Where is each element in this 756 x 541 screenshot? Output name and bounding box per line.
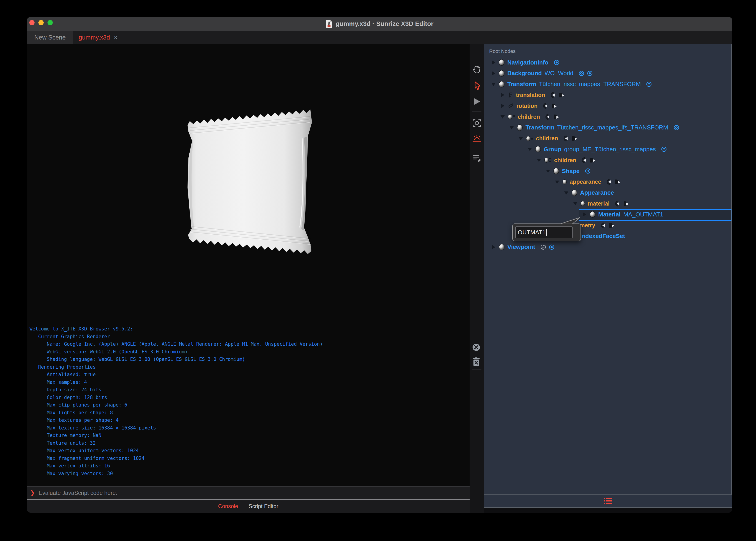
expand-arrow-icon[interactable] — [500, 114, 505, 120]
children-field-icon — [544, 157, 551, 163]
expand-arrow-icon[interactable] — [491, 60, 496, 65]
tab-gummy-x3d[interactable]: gummy.x3d × — [73, 31, 123, 44]
add-input-route-icon[interactable] — [606, 179, 612, 185]
expand-arrow-icon[interactable] — [500, 103, 505, 109]
add-output-route-icon[interactable] — [614, 179, 621, 185]
clear-console-trash-icon[interactable] — [472, 357, 482, 367]
node-def-name: group_ME_Tütchen_rissc_mappes — [564, 146, 656, 153]
node-type-label: Material — [598, 211, 621, 218]
add-output-route-icon[interactable] — [553, 114, 559, 120]
3d-viewport[interactable] — [27, 44, 470, 322]
select-arrow-icon[interactable] — [472, 81, 482, 91]
console-line: Max lights per shape: 8 — [30, 409, 470, 417]
tab-new-scene[interactable]: New Scene — [27, 31, 73, 44]
tree-field-translation[interactable]: translation — [500, 90, 564, 100]
outline-list-icon[interactable] — [604, 498, 613, 504]
tree-node-navigationinfo[interactable]: NavigationInfo — [491, 57, 560, 68]
visibility-toggle-icon[interactable] — [585, 168, 591, 174]
node-type-label: NavigationInfo — [507, 59, 548, 66]
bind-indicator-icon[interactable] — [587, 70, 593, 77]
add-output-route-icon[interactable] — [623, 201, 629, 207]
console-line: Max vertex uniform vectors: 1024 — [30, 447, 470, 455]
title-bar: gummy.x3d · Sunrize X3D Editor — [27, 17, 732, 31]
visibility-toggle-icon[interactable] — [673, 125, 680, 131]
outline-header: Root Nodes — [489, 48, 516, 54]
add-output-route-icon[interactable] — [571, 136, 577, 141]
expand-arrow-icon[interactable] — [491, 82, 496, 87]
tree-field-rotation[interactable]: rotation — [500, 100, 557, 111]
rename-input[interactable]: OUTMAT1 — [515, 227, 573, 238]
expand-arrow-icon[interactable] — [509, 125, 514, 130]
add-output-route-icon[interactable] — [589, 157, 596, 163]
expand-arrow-icon[interactable] — [536, 157, 541, 163]
field-name-label: rotation — [516, 103, 538, 109]
console-tab-bar: Console Script Editor — [27, 500, 470, 513]
bind-indicator-icon[interactable] — [548, 244, 555, 250]
rename-popup: OUTMAT1 — [512, 224, 581, 241]
console-line: Name: Google Inc. (Apple) ANGLE (Apple, … — [30, 340, 470, 348]
console-line: Max varying vectors: 30 — [30, 470, 470, 478]
expand-arrow-icon[interactable] — [491, 245, 496, 250]
visibility-toggle-icon[interactable] — [646, 81, 652, 87]
tree-node-viewpoint[interactable]: Viewpoint — [491, 242, 555, 253]
children-field-icon — [508, 114, 515, 120]
tree-node-shape[interactable]: Shape — [546, 166, 591, 177]
node-sphere-icon — [571, 190, 577, 196]
tree-node-transform[interactable]: TransformTütchen_rissc_mappes_TRANSFORM — [491, 79, 652, 90]
tree-node-group[interactable]: Groupgroup_ME_Tütchen_rissc_mappes — [527, 144, 667, 155]
add-output-route-icon[interactable] — [558, 92, 564, 98]
pan-hand-icon[interactable] — [472, 65, 482, 75]
tree-field-children[interactable]: children — [518, 133, 577, 144]
expand-arrow-icon[interactable] — [491, 71, 496, 76]
add-input-route-icon[interactable] — [563, 136, 569, 141]
console-input-row[interactable]: ❯ Evaluate JavaScript code here. — [27, 486, 470, 500]
tab-script-editor[interactable]: Script Editor — [249, 503, 278, 509]
add-input-route-icon[interactable] — [543, 103, 549, 109]
tree-node-material[interactable]: MaterialMA_OUTMAT1 — [582, 209, 668, 220]
expand-arrow-icon[interactable] — [518, 136, 523, 141]
tree-node-appearance[interactable]: Appearance — [564, 187, 619, 198]
sunrise-environment-icon[interactable] — [472, 133, 482, 143]
expand-arrow-icon[interactable] — [582, 212, 587, 217]
tree-field-appearance[interactable]: appearance — [555, 177, 621, 187]
console-line: WebGL version: WebGL 2.0 (OpenGL ES 3.0 … — [30, 348, 470, 356]
visibility-toggle-icon[interactable] — [661, 146, 667, 152]
node-sphere-icon — [553, 168, 559, 175]
expand-arrow-icon[interactable] — [546, 168, 551, 174]
close-circle-icon[interactable] — [472, 343, 482, 353]
node-sphere-icon — [499, 70, 505, 77]
add-input-route-icon[interactable] — [600, 223, 606, 228]
node-sphere-icon — [590, 211, 596, 218]
tree-field-material[interactable]: material — [573, 198, 629, 209]
tree-node-transform[interactable]: TransformTütchen_rissc_mappes_ifs_TRANSF… — [509, 122, 680, 133]
add-input-route-icon[interactable] — [550, 92, 556, 98]
expand-arrow-icon[interactable] — [527, 147, 532, 152]
tab-console[interactable]: Console — [218, 503, 238, 509]
add-output-route-icon[interactable] — [608, 223, 615, 228]
bind-indicator-icon[interactable] — [553, 59, 560, 66]
tree-field-children[interactable]: children — [500, 111, 559, 122]
tree-node-background[interactable]: BackgroundWO_World — [491, 68, 593, 79]
console-line: Max samples: 4 — [30, 379, 470, 386]
node-type-label: Viewpoint — [507, 244, 535, 251]
snapshot-icon[interactable] — [472, 118, 482, 128]
add-input-route-icon[interactable] — [615, 201, 621, 207]
script-edit-icon[interactable] — [472, 153, 482, 163]
prompt-chevron-icon: ❯ — [30, 489, 35, 496]
tree-field-children[interactable]: children — [536, 155, 596, 166]
edit-tool-icon[interactable] — [540, 244, 546, 250]
add-input-route-icon[interactable] — [545, 114, 551, 120]
play-icon[interactable] — [472, 97, 482, 107]
add-output-route-icon[interactable] — [551, 103, 557, 109]
expand-arrow-icon[interactable] — [555, 179, 560, 185]
add-input-route-icon[interactable] — [581, 157, 587, 163]
tab-close-icon[interactable]: × — [114, 34, 117, 41]
field-name-label: children — [554, 157, 576, 164]
visibility-toggle-icon[interactable] — [578, 70, 585, 77]
node-type-label: Transform — [507, 81, 536, 88]
field-node-icon — [562, 179, 567, 185]
expand-arrow-icon[interactable] — [573, 201, 578, 206]
expand-arrow-icon[interactable] — [500, 92, 505, 98]
expand-arrow-icon[interactable] — [564, 190, 569, 196]
text-caret — [546, 229, 547, 236]
